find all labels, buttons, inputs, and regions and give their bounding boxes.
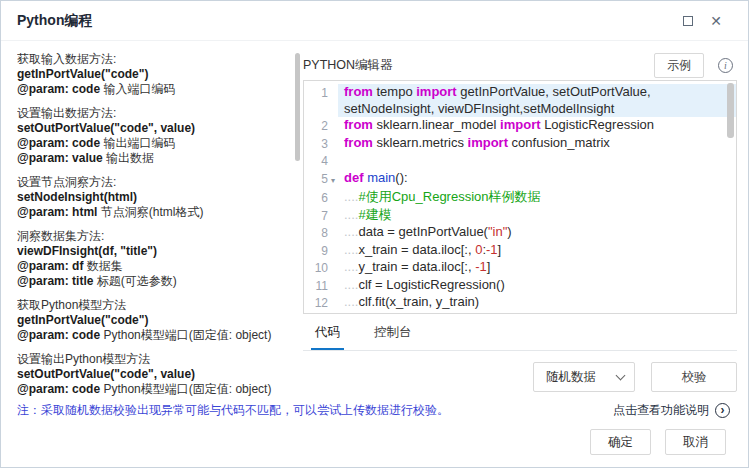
code-line[interactable]: 7....#建模 bbox=[304, 207, 736, 225]
example-button[interactable]: 示例 bbox=[654, 53, 704, 78]
fold-spacer bbox=[328, 277, 338, 295]
line-gutter: 12 bbox=[304, 294, 338, 312]
info-icon[interactable]: i bbox=[718, 58, 733, 73]
close-button[interactable]: ✕ bbox=[702, 8, 730, 34]
doc-section-heading: 设置输出数据方法: bbox=[17, 106, 291, 121]
code-line[interactable]: 12....clf.fit(x_train, y_train) bbox=[304, 294, 736, 312]
line-number: 1 bbox=[304, 84, 328, 117]
help-link-label: 点击查看功能说明 bbox=[613, 402, 709, 419]
editor-header: PYTHON编辑器 示例 i bbox=[303, 50, 737, 80]
doc-section: 设置节点洞察方法:setNodeInsight(html)@param: htm… bbox=[17, 175, 291, 220]
doc-method-signature: setOutPortValue("code", value) bbox=[17, 367, 291, 382]
api-docs-panel: 获取输入数据方法:getInPortValue("code")@param: c… bbox=[17, 52, 291, 398]
doc-method-signature: setNodeInsight(html) bbox=[17, 190, 291, 205]
code-editor[interactable]: 1from tempo import getInPortValue, setOu… bbox=[303, 80, 737, 314]
circle-arrow-right-icon: › bbox=[715, 403, 730, 418]
code-text: ....data['pred'] = clf.predict(x_train) bbox=[338, 312, 736, 315]
code-line[interactable]: 13....data['pred'] = clf.predict(x_train… bbox=[304, 312, 736, 315]
help-link[interactable]: 点击查看功能说明 › bbox=[613, 402, 730, 419]
tab-code[interactable]: 代码 bbox=[311, 316, 344, 350]
doc-section: 设置输出Python模型方法setOutPortValue("code", va… bbox=[17, 352, 291, 397]
doc-param-name: @param: html bbox=[17, 205, 97, 219]
line-gutter: 2 bbox=[304, 117, 338, 135]
doc-param-line: @param: df 数据集 bbox=[17, 259, 291, 274]
fold-spacer bbox=[328, 84, 338, 117]
code-text: from sklearn.metrics import confusion_ma… bbox=[338, 135, 736, 153]
ok-button[interactable]: 确定 bbox=[590, 429, 651, 455]
fold-spacer bbox=[328, 224, 338, 242]
line-number: 10 bbox=[304, 259, 328, 277]
cancel-button[interactable]: 取消 bbox=[665, 429, 726, 455]
line-gutter: 10 bbox=[304, 259, 338, 277]
code-line[interactable]: 3from sklearn.metrics import confusion_m… bbox=[304, 135, 736, 153]
line-number: 4 bbox=[304, 152, 328, 170]
line-gutter: 6 bbox=[304, 189, 338, 207]
dialog-body: 获取输入数据方法:getInPortValue("code")@param: c… bbox=[1, 42, 748, 467]
doc-method-signature: viewDFInsight(df, "title") bbox=[17, 244, 291, 259]
doc-param-name: @param: code bbox=[17, 136, 100, 150]
doc-param-name: @param: code bbox=[17, 82, 100, 96]
line-gutter: 1 bbox=[304, 84, 338, 117]
line-gutter: 7 bbox=[304, 207, 338, 225]
fold-spacer bbox=[328, 117, 338, 135]
line-gutter: 3 bbox=[304, 135, 338, 153]
doc-section: 洞察数据集方法:viewDFInsight(df, "title")@param… bbox=[17, 229, 291, 289]
editor-scrollbar-thumb[interactable] bbox=[727, 83, 734, 138]
fold-spacer bbox=[328, 294, 338, 312]
footer-note-row: 注：采取随机数据校验出现异常可能与代码不匹配，可以尝试上传数据进行校验。 点击查… bbox=[17, 402, 730, 419]
doc-method-signature: getInPortValue("code") bbox=[17, 313, 291, 328]
python-editor-dialog: Python编程 ✕ 获取输入数据方法:getInPortValue("code… bbox=[0, 0, 749, 468]
doc-param-desc: 节点洞察(html格式) bbox=[97, 205, 203, 219]
line-number: 5 bbox=[304, 170, 328, 190]
code-text: def main(): bbox=[338, 170, 736, 190]
fold-spacer bbox=[328, 242, 338, 260]
line-number: 3 bbox=[304, 135, 328, 153]
code-line[interactable]: 2from sklearn.linear_model import Logist… bbox=[304, 117, 736, 135]
code-text: ....data = getInPortValue("in") bbox=[338, 224, 736, 242]
doc-section-heading: 洞察数据集方法: bbox=[17, 229, 291, 244]
doc-param-line: @param: code 输出端口编码 bbox=[17, 136, 291, 151]
dataset-select[interactable]: 随机数据 bbox=[533, 362, 635, 392]
doc-param-name: @param: value bbox=[17, 151, 103, 165]
fold-spacer bbox=[328, 189, 338, 207]
doc-section: 设置输出数据方法:setOutPortValue("code", value)@… bbox=[17, 106, 291, 166]
code-line[interactable]: 4 bbox=[304, 152, 736, 170]
maximize-button[interactable] bbox=[674, 8, 702, 34]
doc-section-heading: 获取Python模型方法 bbox=[17, 298, 291, 313]
code-line[interactable]: 10....y_train = data.iloc[:, -1] bbox=[304, 259, 736, 277]
code-line[interactable]: 11....clf = LogisticRegression() bbox=[304, 277, 736, 295]
fold-spacer bbox=[328, 207, 338, 225]
fold-arrow-icon: ▾ bbox=[328, 170, 338, 190]
line-number: 12 bbox=[304, 294, 328, 312]
doc-section: 获取输入数据方法:getInPortValue("code")@param: c… bbox=[17, 52, 291, 97]
editor-panel: PYTHON编辑器 示例 i 1from tempo import getInP… bbox=[303, 50, 737, 392]
doc-param-line: @param: code Python模型端口(固定值: object) bbox=[17, 382, 291, 397]
dialog-title: Python编程 bbox=[17, 12, 674, 30]
validate-button[interactable]: 校验 bbox=[651, 362, 737, 392]
code-line[interactable]: 5▾def main(): bbox=[304, 170, 736, 190]
code-line[interactable]: 8....data = getInPortValue("in") bbox=[304, 224, 736, 242]
footer-buttons: 确定 取消 bbox=[590, 429, 726, 455]
doc-param-desc: Python模型端口(固定值: object) bbox=[100, 382, 271, 396]
code-text: ....#使用Cpu_Regression样例数据 bbox=[338, 189, 736, 207]
maximize-icon bbox=[683, 16, 693, 26]
code-line[interactable]: 9....x_train = data.iloc[:, 0:-1] bbox=[304, 242, 736, 260]
code-line[interactable]: 6....#使用Cpu_Regression样例数据 bbox=[304, 189, 736, 207]
tab-console[interactable]: 控制台 bbox=[370, 316, 416, 350]
doc-param-line: @param: title 标题(可选参数) bbox=[17, 274, 291, 289]
docs-scrollbar-thumb[interactable] bbox=[295, 53, 300, 161]
line-number: 8 bbox=[304, 224, 328, 242]
doc-section-heading: 设置输出Python模型方法 bbox=[17, 352, 291, 367]
line-number: 11 bbox=[304, 277, 328, 295]
fold-spacer bbox=[328, 259, 338, 277]
doc-param-name: @param: code bbox=[17, 328, 100, 342]
doc-param-desc: 输入端口编码 bbox=[100, 82, 175, 96]
doc-param-desc: 输出数据 bbox=[103, 151, 154, 165]
fold-spacer bbox=[328, 152, 338, 170]
code-line[interactable]: 1from tempo import getInPortValue, setOu… bbox=[304, 84, 736, 117]
line-number: 2 bbox=[304, 117, 328, 135]
line-gutter: 4 bbox=[304, 152, 338, 170]
doc-param-line: @param: code 输入端口编码 bbox=[17, 82, 291, 97]
code-text: ....#建模 bbox=[338, 207, 736, 225]
doc-param-line: @param: value 输出数据 bbox=[17, 151, 291, 166]
